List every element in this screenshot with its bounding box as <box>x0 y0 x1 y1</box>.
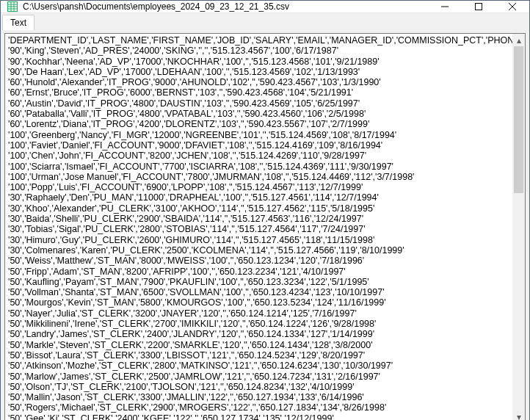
maximize-button[interactable] <box>462 1 495 12</box>
window-controls <box>428 1 529 12</box>
client-area: Text 'DEPARTMENT_ID','LAST_NAME','FIRST_… <box>1 13 529 420</box>
csv-text[interactable]: 'DEPARTMENT_ID','LAST_NAME','FIRST_NAME'… <box>5 34 525 420</box>
window-title: C:\Users\pansh\Documents\employees_2024_… <box>23 1 428 12</box>
titlebar[interactable]: C:\Users\pansh\Documents\employees_2024_… <box>1 1 529 13</box>
vertical-scrollbar[interactable]: ▴ ▾ <box>512 34 525 420</box>
tab-text[interactable]: Text <box>2 15 35 30</box>
scroll-down-icon[interactable]: ▾ <box>512 410 525 420</box>
text-pane[interactable]: 'DEPARTMENT_ID','LAST_NAME','FIRST_NAME'… <box>4 33 526 420</box>
close-button[interactable] <box>495 1 529 12</box>
minimize-button[interactable] <box>428 1 462 12</box>
svg-rect-7 <box>476 4 482 10</box>
vscroll-track[interactable] <box>512 46 525 410</box>
tabstrip: Text <box>1 13 529 29</box>
content-frame: 'DEPARTMENT_ID','LAST_NAME','FIRST_NAME'… <box>1 29 529 420</box>
scroll-up-icon[interactable]: ▴ <box>512 34 525 46</box>
vscroll-thumb[interactable] <box>514 46 523 193</box>
app-window: C:\Users\pansh\Documents\employees_2024_… <box>0 0 530 420</box>
app-icon <box>7 1 18 12</box>
